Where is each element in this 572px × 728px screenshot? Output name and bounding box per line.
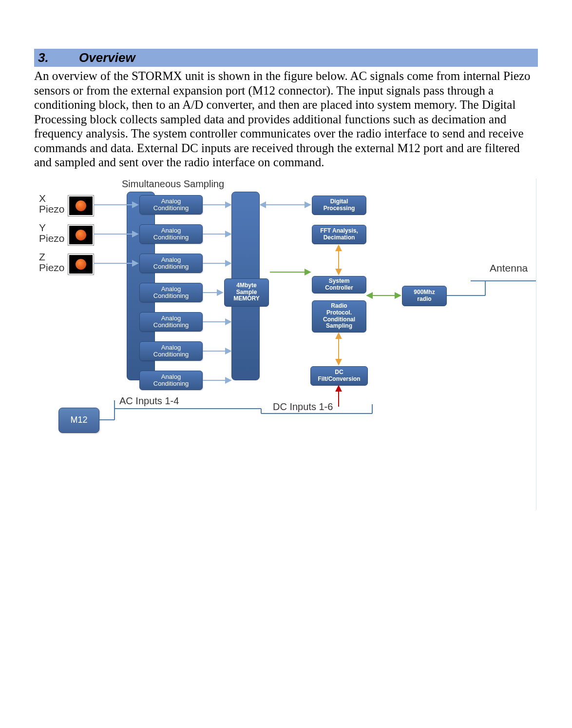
analog-conditioning-3: Analog Conditioning [139, 254, 203, 273]
analog-conditioning-5: Analog Conditioning [139, 312, 203, 332]
m12-connector: M12 [58, 408, 99, 433]
ac-inputs-label: AC Inputs 1-4 [119, 395, 179, 407]
ac-line1: Analog [140, 374, 202, 380]
rp-l1: Radio [312, 303, 366, 310]
digital-processing: Digital Processing [312, 196, 366, 215]
mem-l3: MEMORY [225, 295, 268, 302]
x-piezo-label: XPiezo [39, 193, 65, 215]
ac-line1: Analog [140, 256, 202, 263]
sys-l2: Controller [312, 285, 366, 291]
sample-memory: 4Mbyte Sample MEMORY [224, 278, 269, 307]
diagram-arrows [34, 178, 536, 510]
rp-l4: Sampling [312, 323, 366, 330]
radio-l1: 900Mhz [402, 289, 446, 296]
ac-line2: Conditioning [140, 322, 202, 329]
fft-l2: Decimation [312, 235, 366, 241]
ac-line2: Conditioning [140, 351, 202, 358]
rp-l2: Protocol. [312, 310, 366, 316]
document-page: 3. Overview An overview of the STORMX un… [0, 0, 572, 539]
fft-decimation: FFT Analysis, Decimation [312, 225, 366, 244]
ac-line2: Conditioning [140, 380, 202, 387]
dp-l1: Digital [312, 198, 366, 205]
system-controller: System Controller [312, 276, 366, 294]
radio-900mhz: 900Mhz radio [402, 286, 447, 306]
z-piezo-label: ZPiezo [39, 252, 65, 273]
ac-line1: Analog [140, 344, 202, 351]
ac-line1: Analog [140, 286, 202, 293]
ac-line2: Conditioning [140, 293, 202, 299]
antenna-label: Antenna [490, 262, 528, 274]
analog-conditioning-1: Analog Conditioning [139, 195, 203, 215]
analog-conditioning-6: Analog Conditioning [139, 341, 203, 361]
simultaneous-sampling-label: Simultaneous Sampling [122, 178, 224, 190]
section-title: Overview [79, 50, 135, 65]
mem-l1: 4Mbyte [225, 282, 268, 289]
dc-l1: DC [311, 369, 367, 376]
analog-conditioning-2: Analog Conditioning [139, 224, 203, 244]
ac-line1: Analog [140, 315, 202, 322]
analog-conditioning-4: Analog Conditioning [139, 283, 203, 302]
section-header: 3. Overview [34, 49, 538, 67]
ac-line1: Analog [140, 227, 202, 234]
analog-conditioning-7: Analog Conditioning [139, 371, 203, 390]
ac-line2: Conditioning [140, 263, 202, 270]
overview-paragraph: An overview of the STORMX unit is shown … [34, 69, 538, 170]
dc-inputs-label: DC Inputs 1-6 [273, 401, 333, 413]
radio-l2: radio [402, 296, 446, 303]
dc-filter-conv: DC Filt/Conversion [310, 366, 368, 386]
dp-l2: Processing [312, 205, 366, 212]
mem-l2: Sample [225, 289, 268, 296]
system-diagram: Simultaneous Sampling XPiezo YPiezo ZPie… [34, 178, 536, 510]
ac-line2: Conditioning [140, 205, 202, 212]
fft-l1: FFT Analysis, [312, 228, 366, 234]
y-piezo-icon [68, 225, 94, 245]
ac-line1: Analog [140, 198, 202, 205]
section-number: 3. [38, 50, 77, 65]
z-piezo-icon [68, 254, 94, 275]
dc-l2: Filt/Conversion [311, 376, 367, 383]
radio-protocol: Radio Protocol. Conditional Sampling [312, 300, 366, 333]
ac-line2: Conditioning [140, 234, 202, 241]
y-piezo-label: YPiezo [39, 222, 65, 244]
sys-l1: System [312, 278, 366, 284]
x-piezo-icon [68, 196, 94, 216]
rp-l3: Conditional [312, 316, 366, 323]
